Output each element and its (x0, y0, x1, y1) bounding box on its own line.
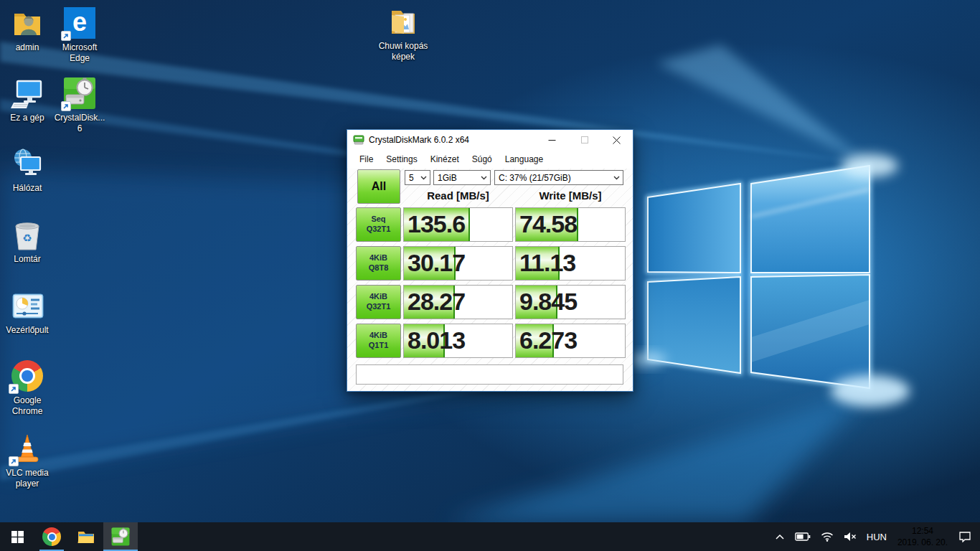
taskbar-app-chrome[interactable] (34, 522, 69, 551)
chevron-down-icon (481, 176, 487, 180)
window-titlebar[interactable]: CrystalDiskMark 6.0.2 x64 (347, 130, 633, 150)
desktop-icon-label: Vezérlőpult (6, 325, 48, 336)
test-label-line2: Q8T8 (369, 263, 389, 273)
run-4kib-q32t1-button[interactable]: 4KiB Q32T1 (356, 285, 401, 319)
desktop-icon-microsoft-edge[interactable]: e Microsoft Edge (52, 6, 107, 64)
clock-time: 12:54 (897, 525, 948, 537)
desktop-icon-label: CrystalDisk... 6 (52, 113, 107, 134)
desktop-icon-halozat[interactable]: Hálózat (0, 146, 55, 194)
target-drive-select[interactable]: C: 37% (21/57GiB) (494, 170, 623, 185)
menu-item-language[interactable]: Language (499, 152, 550, 166)
write-value: 6.273 (519, 326, 577, 354)
desktop-icon-lomtar[interactable]: ♻ Lomtár (0, 217, 55, 265)
desktop-icon-vlc[interactable]: VLC media player (0, 431, 55, 489)
start-button[interactable] (0, 522, 34, 551)
chevron-up-icon (775, 533, 785, 540)
svg-text:♻: ♻ (22, 232, 32, 245)
taskbar: HUN 12:54 2019. 06. 20. (0, 522, 980, 551)
desktop-icon-label: Google Chrome (0, 395, 55, 417)
clock-date: 2019. 06. 20. (897, 537, 948, 548)
close-icon (613, 136, 621, 144)
maximize-icon (581, 136, 588, 143)
run-4kib-q1t1-button[interactable]: 4KiB Q1T1 (356, 324, 401, 358)
write-column-header: Write [MB/s] (515, 189, 626, 202)
tray-expand-button[interactable] (770, 522, 790, 551)
test-size-select[interactable]: 1GiB (433, 170, 491, 185)
desktop-icon-label: Microsoft Edge (52, 42, 107, 64)
menu-item-file[interactable]: File (353, 152, 380, 166)
write-result-cell: 9.845 (515, 285, 626, 319)
read-value: 28.27 (407, 288, 465, 316)
window-title: CrystalDiskMark 6.0.2 x64 (369, 135, 469, 145)
pictures-folder-icon (387, 5, 420, 38)
minimize-icon (548, 136, 556, 144)
shortcut-arrow-icon (9, 456, 19, 466)
wifi-indicator[interactable] (816, 522, 839, 551)
battery-indicator[interactable] (790, 522, 816, 551)
taskbar-app-crystaldiskmark[interactable] (103, 522, 138, 551)
window-client-area: All 5 1GiB C: 37% (21/57GiB) Read [MB/s]… (347, 169, 633, 391)
write-result-cell: 6.273 (515, 324, 626, 358)
test-label-line1: Seq (371, 215, 385, 225)
volume-indicator[interactable] (839, 522, 862, 551)
desktop-icon-label: Lomtár (14, 254, 40, 265)
test-count-select[interactable]: 5 (405, 170, 430, 185)
test-label-line1: 4KiB (369, 253, 387, 263)
test-label-line2: Q1T1 (369, 341, 389, 351)
action-center-button[interactable] (953, 522, 980, 551)
read-result-cell: 30.17 (403, 246, 513, 281)
menu-item-kinezet[interactable]: Kinézet (424, 152, 466, 166)
menu-bar: File Settings Kinézet Súgó Language (347, 150, 633, 169)
test-count-value: 5 (409, 173, 414, 183)
read-result-cell: 8.013 (403, 324, 513, 358)
run-seq-q32t1-button[interactable]: Seq Q32T1 (356, 207, 401, 242)
this-pc-icon (11, 77, 44, 110)
read-value: 30.17 (407, 249, 465, 277)
menu-item-settings[interactable]: Settings (380, 152, 423, 166)
desktop-icon-label: Hálózat (13, 183, 42, 194)
chevron-down-icon (420, 176, 427, 180)
clock[interactable]: 12:54 2019. 06. 20. (892, 525, 953, 548)
maximize-button[interactable] (568, 130, 600, 150)
language-indicator[interactable]: HUN (862, 522, 892, 551)
read-value: 8.013 (407, 326, 465, 354)
menu-item-sugo[interactable]: Súgó (466, 152, 499, 166)
minimize-button[interactable] (536, 130, 568, 150)
desktop: admin e Microsoft Edge Ez a gép (0, 0, 980, 551)
crystaldiskmark-window: CrystalDiskMark 6.0.2 x64 File Settings … (347, 129, 633, 392)
desktop-icon-label: Ez a gép (10, 113, 44, 123)
wifi-icon (821, 532, 834, 542)
windows-logo-icon (11, 531, 24, 543)
desktop-icon-label: admin (16, 42, 39, 53)
shortcut-arrow-icon (61, 101, 71, 111)
close-button[interactable] (600, 130, 633, 150)
shortcut-arrow-icon (61, 31, 71, 41)
desktop-icon-vezerlopult[interactable]: Vezérlőpult (0, 288, 55, 336)
desktop-icon-google-chrome[interactable]: Google Chrome (0, 359, 55, 417)
crystaldiskmark-icon (111, 527, 130, 546)
user-folder-icon (11, 6, 44, 39)
write-value: 74.58 (519, 210, 577, 238)
comment-input[interactable] (356, 364, 623, 385)
desktop-icon-label: VLC media player (0, 468, 55, 489)
desktop-icon-label: Chuwi kopás képek (376, 41, 430, 62)
chevron-down-icon (613, 176, 620, 180)
desktop-icon-crystaldiskmark[interactable]: CrystalDisk... 6 (52, 76, 107, 134)
read-result-cell: 28.27 (403, 285, 513, 319)
desktop-icon-ez-a-gep[interactable]: Ez a gép (0, 76, 55, 123)
chrome-icon (42, 527, 61, 546)
test-label-line2: Q32T1 (367, 302, 391, 312)
desktop-icon-chuwi-kopas-kepek[interactable]: Chuwi kopás képek (376, 4, 430, 62)
taskbar-app-file-explorer[interactable] (69, 522, 103, 551)
run-4kib-q8t8-button[interactable]: 4KiB Q8T8 (356, 246, 401, 281)
run-all-button[interactable]: All (357, 169, 400, 204)
write-result-cell: 11.13 (515, 246, 626, 281)
test-size-value: 1GiB (438, 173, 457, 183)
file-explorer-icon (77, 527, 95, 546)
recycle-bin-icon: ♻ (11, 218, 44, 251)
svg-text:e: e (72, 7, 87, 37)
desktop-icon-admin[interactable]: admin (0, 6, 55, 53)
test-label-line1: 4KiB (369, 331, 387, 341)
read-column-header: Read [MB/s] (403, 189, 513, 202)
test-label-line1: 4KiB (369, 292, 387, 302)
